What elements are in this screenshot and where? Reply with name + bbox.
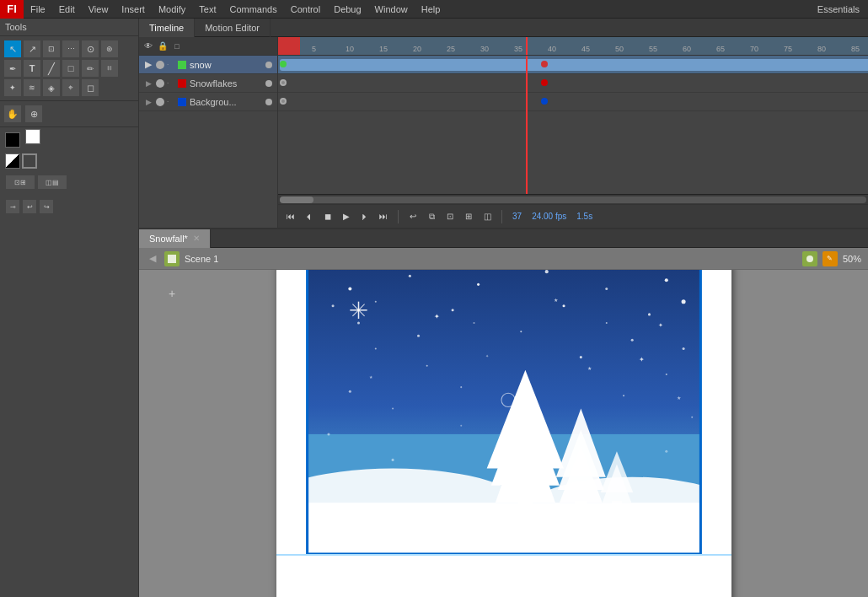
timeline-tabs: Timeline Motion Editor	[139, 19, 868, 37]
layer-expand-icon: ▶	[142, 59, 154, 71]
layer-row-snowflakes[interactable]: ▶ · Snowflakes	[139, 74, 277, 93]
paint-bucket-btn[interactable]: ◈	[42, 78, 61, 97]
menu-file[interactable]: File	[24, 0, 52, 19]
zoom-tool-btn[interactable]: ⊕	[24, 105, 43, 123]
snap-to-objects-btn[interactable]: ⊡⊞	[5, 175, 35, 190]
ruler-mark-65: 65	[716, 45, 725, 53]
layer-expand-icon-2: ▶	[142, 78, 154, 89]
svg-point-27	[623, 395, 624, 396]
menu-text[interactable]: Text	[192, 0, 222, 19]
gradient-btn[interactable]: ⋯	[62, 40, 80, 58]
brush-btn[interactable]: ⌗	[100, 59, 119, 78]
menu-commands[interactable]: Commands	[222, 0, 283, 19]
next-frame-btn[interactable]: ⏵	[357, 209, 372, 224]
line-btn[interactable]: ╱	[42, 59, 61, 78]
tab-motion-editor[interactable]: Motion Editor	[195, 19, 271, 37]
align-btn[interactable]: ◫▤	[37, 175, 67, 190]
prev-frame-btn[interactable]: ⏴	[302, 209, 317, 224]
doc-tab-snowfall[interactable]: Snowfall* ✕	[139, 229, 211, 248]
first-frame-btn[interactable]: ⏮	[283, 209, 298, 224]
svg-point-55	[473, 322, 474, 324]
edit-symbols-btn[interactable]: ⧉	[424, 209, 439, 224]
svg-point-1	[806, 255, 813, 262]
ruler-mark-35: 35	[514, 45, 522, 53]
last-frame-btn[interactable]: ⏭	[376, 209, 391, 224]
svg-point-52	[331, 304, 334, 307]
scene-label[interactable]: Scene 1	[185, 254, 218, 264]
menu-view[interactable]: View	[82, 0, 115, 19]
menu-control[interactable]: Control	[284, 0, 327, 19]
layer-vis-snow	[156, 61, 164, 69]
menu-help[interactable]: Help	[415, 0, 447, 19]
scrollbar-thumb[interactable]	[280, 196, 313, 203]
bone-btn[interactable]: ✦	[3, 78, 22, 97]
menu-debug[interactable]: Debug	[327, 0, 367, 19]
eyedropper-btn[interactable]: ⌖	[62, 78, 80, 97]
no-color-btn[interactable]	[22, 153, 37, 169]
scene-svg: ✦ ★ ✦ ★ ✦ ★ ✦ ★	[276, 270, 731, 554]
lasso-btn[interactable]: ⊙	[81, 40, 99, 58]
snap-btn[interactable]	[802, 251, 817, 266]
svg-rect-44	[518, 501, 532, 518]
magic-wand-btn[interactable]: ⊛	[100, 40, 119, 58]
delete-frame-btn[interactable]: ◫	[480, 209, 495, 224]
ruler-mark-10: 10	[346, 45, 354, 53]
rect-btn[interactable]: □	[62, 59, 80, 78]
menu-insert[interactable]: Insert	[115, 0, 152, 19]
menu-modify[interactable]: Modify	[152, 0, 192, 19]
fill-color-swatch[interactable]	[25, 129, 40, 144]
free-transform-btn[interactable]: ⊡	[42, 40, 61, 58]
insert-frame-btn[interactable]: ⊞	[461, 209, 476, 224]
timeline-right: 1 5 10 15 20 25 30 35 40 45 50 55 60 65	[278, 37, 868, 228]
layer-dot-snowflakes	[265, 80, 272, 87]
layers-toolbar: 👁 🔒 □	[139, 37, 277, 56]
layer-lock-snowflakes: ·	[167, 79, 175, 88]
loop-btn[interactable]: ↩	[405, 209, 421, 224]
text-btn[interactable]: T	[23, 59, 41, 78]
tools-grid: ↖ ↗ ⊡ ⋯ ⊙ ⊛ ✒ T ╱ □ ✏ ⌗ ✦ ≋ ◈ ⌖ ◻	[0, 36, 138, 100]
swap-colors-btn[interactable]	[5, 153, 20, 169]
svg-text:✦: ✦	[433, 312, 439, 320]
tool-option-1[interactable]: ⊸	[5, 199, 20, 214]
frame-row-background	[278, 93, 868, 111]
layer-row-snow[interactable]: ▶ · snow	[139, 56, 277, 74]
insert-keyframe-btn[interactable]: ⊡	[442, 209, 458, 224]
keyframe-background-end	[541, 98, 548, 105]
timeline-scrollbar[interactable]	[278, 194, 868, 204]
svg-point-54	[417, 334, 420, 336]
layer-dot-snow	[265, 62, 272, 68]
svg-point-11	[605, 287, 608, 289]
tab-timeline[interactable]: Timeline	[139, 19, 195, 37]
divider	[398, 210, 399, 223]
layer-row-background[interactable]: ▶ · Backgrou...	[139, 93, 277, 111]
tool-option-2[interactable]: ↩	[22, 199, 37, 214]
svg-text:★: ★	[676, 395, 680, 401]
menu-edit[interactable]: Edit	[52, 0, 82, 19]
tool-option-3[interactable]: ↪	[39, 199, 54, 214]
hand-tool-btn[interactable]: ✋	[3, 105, 22, 123]
play-btn[interactable]: ▶	[339, 209, 354, 224]
frame-row-snow	[278, 56, 868, 74]
eraser-btn[interactable]: ◻	[81, 78, 99, 97]
svg-point-59	[691, 416, 693, 417]
canvas-bg: ✦ ★ ✦ ★ ✦ ★ ✦ ★	[276, 270, 731, 597]
svg-point-22	[579, 356, 581, 358]
deco-btn[interactable]: ≋	[23, 78, 41, 97]
ruler-mark-55: 55	[649, 45, 657, 53]
svg-point-53	[374, 300, 376, 302]
selection-tool-btn[interactable]: ↖	[3, 40, 22, 58]
back-btn[interactable]: ◀	[146, 252, 159, 266]
edit-btn[interactable]: ✎	[822, 251, 838, 266]
layer-name-snow: snow	[190, 60, 265, 70]
menu-window[interactable]: Window	[368, 0, 415, 19]
stop-btn[interactable]: ◼	[320, 209, 335, 224]
subselection-tool-btn[interactable]: ↗	[23, 40, 41, 58]
pencil-btn[interactable]: ✏	[81, 59, 99, 78]
pen-btn[interactable]: ✒	[3, 59, 22, 78]
svg-point-17	[562, 304, 565, 307]
doc-tab-close-btn[interactable]: ✕	[193, 229, 200, 248]
svg-point-18	[520, 331, 522, 332]
stroke-color-swatch[interactable]	[5, 132, 20, 148]
playhead-ruler[interactable]	[526, 37, 528, 55]
stage[interactable]: +	[139, 270, 868, 597]
